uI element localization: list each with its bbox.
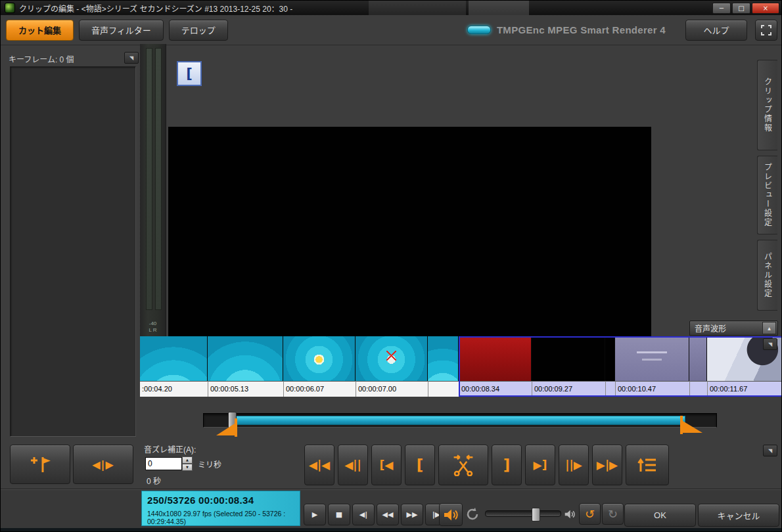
clip-start-indicator-icon: [	[177, 61, 202, 86]
title-bar[interactable]: クリップの編集 - <物語>シリーズ セカンドシーズン #13 2013-12-…	[1, 1, 782, 15]
speaker-icon	[443, 508, 459, 522]
timeline-segment[interactable]	[605, 336, 615, 397]
keyframe-nav-button[interactable]: ◀|▶	[73, 445, 133, 484]
audio-sync-spinner: ▲ ▼	[182, 456, 193, 471]
timeline-thumbnail	[140, 336, 208, 381]
tab-clip-info[interactable]: クリップ情報	[757, 60, 777, 150]
volume-slider[interactable]	[485, 510, 561, 517]
timeline-thumbnail	[356, 336, 428, 381]
audio-waveform-label: 音声波形	[695, 322, 726, 334]
spinner-up-button[interactable]: ▲	[182, 456, 193, 464]
tab-audio-filter[interactable]: 音声フィルター	[79, 20, 164, 41]
collapse-arrow-icon: ◥	[768, 342, 772, 347]
add-flag-icon	[28, 454, 52, 474]
fast-forward-button[interactable]: ▶▶	[401, 504, 423, 525]
cancel-button[interactable]: キャンセル	[698, 504, 779, 527]
frame-back-icon: ◀|	[359, 510, 367, 519]
step-forward-button[interactable]: ||▶	[559, 445, 589, 485]
ok-button[interactable]: OK	[624, 504, 696, 527]
keyframe-nav-icon: ◀|▶	[92, 458, 114, 471]
in-point-marker-bar[interactable]	[235, 418, 237, 437]
help-button[interactable]: ヘルプ	[685, 20, 747, 41]
meter-bar-right	[155, 48, 162, 310]
timeline-segment[interactable]: 00:00:08.34	[459, 336, 532, 397]
scissors-cut-icon	[452, 454, 474, 476]
next-cut-point-button[interactable]: ▶|▶	[592, 445, 622, 485]
timeline-segment[interactable]: 00:00:07.00	[356, 336, 428, 397]
tab-preview-settings[interactable]: プレビュー設定	[757, 156, 777, 234]
fullscreen-button[interactable]	[755, 20, 777, 41]
waveform-expand-icon[interactable]: ▲	[762, 322, 776, 334]
cut-selection-button[interactable]	[438, 445, 488, 485]
play-button[interactable]: ▶	[304, 504, 326, 525]
background-window-ghost	[369, 1, 466, 15]
rewind-button[interactable]: ◀◀	[377, 504, 399, 525]
tab-telop-label: テロップ	[181, 24, 216, 36]
add-keyframe-button[interactable]	[10, 445, 70, 484]
audio-sync-label: 音ズレ補正(A):	[144, 443, 196, 454]
timeline-thumbnail	[532, 336, 605, 381]
undo-button[interactable]: ↺	[579, 503, 601, 525]
timeline-thumbnail	[428, 336, 459, 381]
timeline-timestamp: 00:00:11.67	[707, 381, 782, 397]
close-button[interactable]: ×	[752, 3, 779, 14]
maximize-button[interactable]: □	[732, 3, 750, 14]
help-button-label: ヘルプ	[703, 24, 729, 36]
audio-waveform-button[interactable]: 音声波形 ▲	[689, 321, 778, 336]
timeline-thumbnail	[283, 336, 356, 381]
timeline-segment[interactable]	[428, 336, 459, 397]
keyframe-list-button[interactable]	[626, 445, 669, 485]
tab-clip-info-label: クリップ情報	[762, 78, 773, 133]
timeline-segment[interactable]: :00:04.20	[140, 336, 208, 397]
jump-to-out-point-icon: ▶]	[534, 458, 547, 472]
repeat-icon	[465, 507, 480, 521]
timeline-segment[interactable]	[689, 336, 707, 397]
timeline-segment[interactable]: 00:00:06.07	[283, 336, 356, 397]
redo-button[interactable]: ↻	[602, 503, 624, 525]
brand: TMPGEnc MPEG Smart Renderer 4	[467, 24, 666, 35]
minimize-button[interactable]: −	[712, 3, 731, 14]
timeline-timestamp: 00:00:08.34	[459, 381, 532, 397]
out-point-marker-icon[interactable]	[683, 421, 702, 433]
timeline-timestamp: 00:00:09.27	[532, 381, 605, 397]
timeline[interactable]: :00:04.20 00:00:05.13 00:00:06.07 00:00:…	[140, 336, 782, 397]
spinner-down-button[interactable]: ▼	[182, 464, 193, 471]
tab-panel-settings[interactable]: パネル設定	[757, 240, 777, 311]
timeline-collapse-button[interactable]: ◥	[763, 338, 777, 350]
timeline-segment[interactable]: 00:00:05.13	[208, 336, 283, 397]
keyframe-list[interactable]	[10, 66, 136, 437]
timeline-segment[interactable]: 00:00:09.27	[532, 336, 605, 397]
frame-back-button[interactable]: ◀|	[352, 504, 375, 525]
audio-toggle-button[interactable]	[439, 503, 463, 526]
jump-to-out-point-button[interactable]: ▶]	[525, 445, 555, 485]
set-out-point-button[interactable]: ]	[492, 445, 522, 485]
main-toolbar: カット編集 音声フィルター テロップ TMPGEnc MPEG Smart Re…	[1, 15, 782, 45]
timeline-segment[interactable]: 00:00:10.47	[615, 336, 689, 397]
tab-telop[interactable]: テロップ	[169, 20, 228, 41]
prev-cut-point-button[interactable]: ◀|◀	[304, 445, 334, 485]
repeat-toggle-button[interactable]	[464, 506, 481, 523]
status-readout: 250/53726 00:00:08.34 1440x1080 29.97 fp…	[141, 491, 300, 526]
seek-bar[interactable]	[200, 408, 720, 438]
stop-button[interactable]: ■	[328, 504, 350, 525]
audio-sync-input[interactable]	[145, 457, 182, 470]
rewind-icon: ◀◀	[382, 510, 394, 519]
set-in-point-button[interactable]: [	[405, 445, 435, 485]
panel-collapse-button[interactable]: ◥	[124, 52, 139, 64]
controls-collapse-button[interactable]: ◥	[763, 445, 777, 456]
audio-sync-controls: ▲ ▼ ミリ秒	[145, 456, 221, 471]
step-back-button[interactable]: ◀||	[338, 445, 368, 485]
in-point-marker-icon[interactable]	[216, 424, 235, 435]
volume-handle[interactable]	[532, 508, 540, 521]
redo-icon: ↻	[608, 507, 618, 521]
jump-to-in-point-button[interactable]: [◀	[371, 445, 402, 485]
set-out-point-icon: ]	[503, 456, 511, 474]
timeline-timestamp: 00:00:06.07	[283, 381, 356, 397]
audio-sync-total-label: 0 秒	[147, 475, 161, 486]
meter-labels: -40 L R	[140, 321, 166, 334]
video-preview[interactable]	[168, 127, 651, 336]
timeline-thumbnail	[459, 336, 532, 381]
tab-preview-settings-label: プレビュー設定	[762, 163, 773, 227]
tab-cut-edit[interactable]: カット編集	[6, 20, 74, 41]
next-cut-point-icon: ▶|▶	[597, 458, 618, 472]
